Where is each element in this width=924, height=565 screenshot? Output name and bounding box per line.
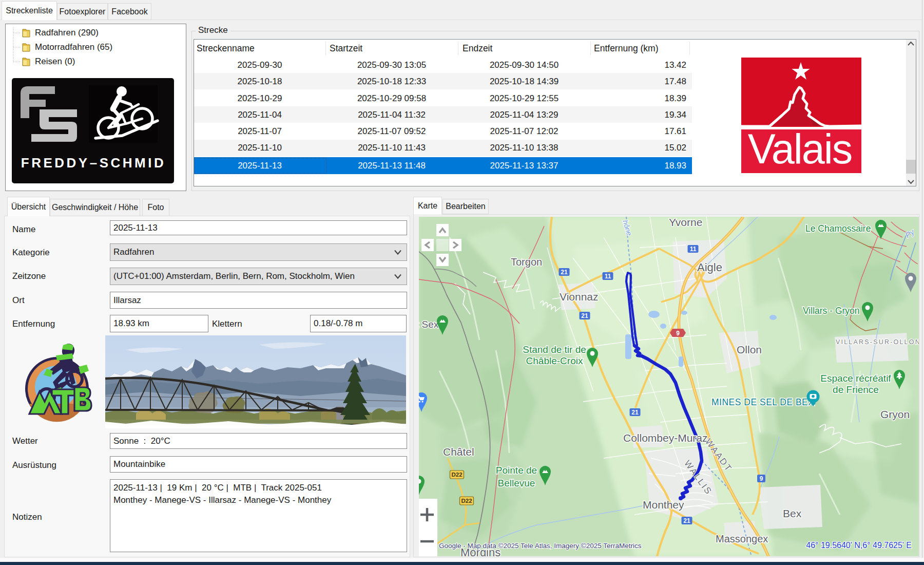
svg-text:Aigle: Aigle [697, 261, 722, 274]
svg-text:Stand de tir de: Stand de tir de [523, 344, 586, 355]
svg-text:21: 21 [581, 312, 588, 319]
svg-text:Google - Map data ©2025 Tele A: Google - Map data ©2025 Tele Atlas, Imag… [439, 542, 642, 550]
svg-text:D22: D22 [461, 498, 472, 504]
svg-text:Ollon: Ollon [737, 344, 762, 355]
svg-text:t Sex: t Sex [419, 319, 439, 330]
svg-text:Pointe de: Pointe de [496, 465, 537, 476]
svg-text:Torgon: Torgon [511, 256, 542, 268]
svg-text:Gryon: Gryon [880, 408, 910, 420]
svg-text:de Frience: de Frience [833, 384, 879, 395]
svg-text:Massongex: Massongex [716, 533, 768, 544]
svg-text:FREDDY–SCHMID: FREDDY–SCHMID [21, 155, 166, 171]
svg-text:9: 9 [676, 330, 680, 337]
svg-text:21: 21 [561, 269, 568, 276]
svg-text:Espace récréatif: Espace récréatif [820, 373, 891, 384]
svg-text:9: 9 [760, 475, 763, 482]
svg-text:Valais: Valais [748, 126, 852, 172]
svg-text:Châtel: Châtel [443, 446, 474, 458]
svg-text:11: 11 [690, 246, 697, 253]
svg-text:Le Chamossaire: Le Chamossaire [805, 223, 871, 234]
svg-text:Monthey: Monthey [643, 499, 684, 511]
svg-text:Villars - Gryon: Villars - Gryon [803, 306, 860, 316]
svg-text:D22: D22 [451, 472, 462, 478]
svg-text:46° 19.5640' N,6° 49.7625' E: 46° 19.5640' N,6° 49.7625' E [806, 541, 912, 550]
svg-text:21: 21 [631, 409, 639, 416]
svg-text:Collombey-Muraz: Collombey-Muraz [623, 432, 708, 444]
svg-text:Vionnaz: Vionnaz [560, 291, 599, 303]
svg-text:Châble-Croix: Châble-Croix [526, 355, 583, 366]
svg-text:Bellevue: Bellevue [498, 478, 535, 488]
svg-text:MINES DE SEL DE BEX: MINES DE SEL DE BEX [711, 397, 814, 407]
svg-text:21: 21 [683, 517, 690, 524]
svg-text:Bex: Bex [783, 507, 802, 519]
svg-text:Yvorne: Yvorne [669, 217, 702, 228]
svg-text:VILLARS-SUR-OLLON: VILLARS-SUR-OLLON [836, 338, 919, 346]
svg-text:11: 11 [605, 273, 611, 280]
